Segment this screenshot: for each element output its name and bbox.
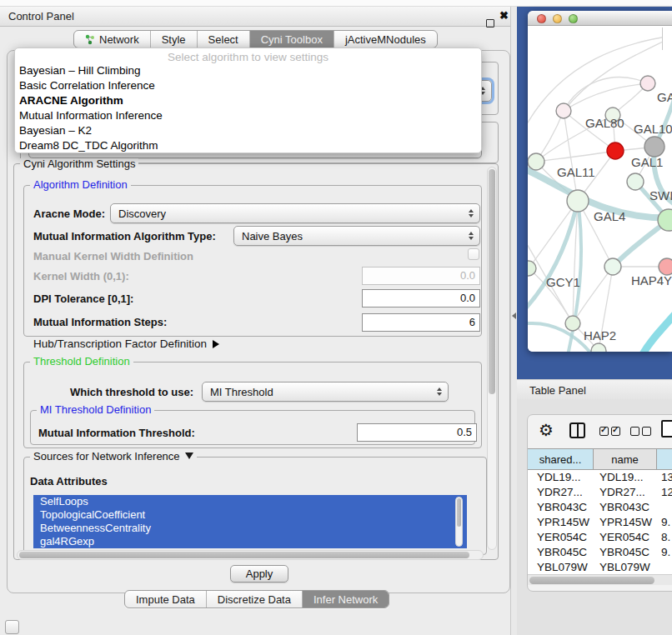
mi-threshold-input[interactable]: 0.5 [357,423,477,442]
network-edge [564,38,671,111]
combo-arrows-icon [469,209,474,218]
split-columns-icon[interactable] [569,422,585,438]
expander-right-icon [213,340,219,348]
apply-button[interactable]: Apply [230,565,288,582]
network-node-gal80[interactable] [556,103,571,118]
network-node-gal1[interactable] [607,142,624,159]
table-cell: YPR145W [528,515,594,530]
close-icon[interactable]: ✖ [499,9,509,22]
tab-discretize-data[interactable]: Discretize Data [206,591,302,608]
minimize-traffic-light[interactable] [553,14,562,23]
hub-definition-expander[interactable]: Hub/Transcription Factor Definition [33,338,219,350]
data-attributes-list[interactable]: SelfLoopsTopologicalCoefficientBetweenne… [33,495,467,548]
table-panel-body: ⚙ shared... name YDL19...YDL19...13YDR27… [527,414,672,592]
network-window-titlebar[interactable] [528,11,672,26]
aracne-mode-label: Aracne Mode: [33,208,105,220]
table-row[interactable]: YDR27...YDR27...12 [528,485,672,500]
bottom-tabbar: Impute Data Discretize Data Infer Networ… [124,590,389,608]
settings-vertical-scrollbar[interactable] [487,167,497,550]
attributes-scrollbar[interactable] [455,497,463,547]
algorithm-option[interactable]: Bayesian – K2 [15,123,481,138]
dpi-tolerance-label: DPI Tolerance [0,1]: [33,292,133,305]
control-panel-title: Control Panel [8,10,74,22]
divider-grip-icon[interactable] [512,312,516,319]
algorithm-option[interactable]: Bayesian – Hill Climbing [15,63,481,78]
network-node-gal4[interactable] [567,190,589,212]
deselect-all-checkboxes-icon[interactable] [630,427,651,436]
dpi-tolerance-input[interactable]: 0.0 [362,289,480,308]
table-row[interactable]: YBR043CYBR043C [528,500,672,515]
manual-kernel-label: Manual Kernel Width Definition [33,250,193,262]
which-threshold-label: Which threshold to use: [70,386,193,398]
mi-steps-input[interactable]: 6 [362,313,480,332]
file-icon[interactable] [661,420,672,438]
network-node-gal11[interactable] [528,153,544,170]
column-header-shared[interactable]: shared... [528,449,594,469]
table-row[interactable]: YPR145WYPR145W9. [528,515,672,530]
zoom-traffic-light[interactable] [569,14,578,23]
mi-algorithm-type-combo[interactable]: Naive Bayes [233,226,480,246]
combo-arrows-icon [437,388,442,396]
float-window-icon[interactable] [486,19,494,28]
column-header-name[interactable]: name [594,449,657,469]
network-node-hap4[interactable] [604,258,621,275]
control-panel-titlebar: Control Panel ✖ [0,7,510,27]
settings-horizontal-scrollbar[interactable] [17,550,484,560]
tab-impute-data[interactable]: Impute Data [125,591,206,608]
algorithm-option[interactable]: ARACNE Algorithm [15,93,481,108]
network-node-label: GAL10 [634,122,672,136]
table-panel-region: Table Panel ⚙ shared... name YDL19...YDL… [517,379,672,635]
table-cell [657,500,661,515]
column-header-third[interactable] [657,449,672,469]
table-horizontal-scrollbar[interactable] [528,574,672,585]
algorithm-option[interactable]: Mutual Information Inference [15,108,481,123]
table-row[interactable]: YDL19...YDL19...13 [528,470,672,485]
table-cell: 9. [657,545,670,560]
tab-cyni-toolbox[interactable]: Cyni Toolbox [249,31,333,48]
control-panel-tabbar: Network Style Select Cyni Toolbox jActiv… [73,30,438,48]
corner-button[interactable] [5,620,19,634]
network-node-swi4[interactable] [627,173,644,190]
table-cell: YDL19... [528,470,594,485]
algorithm-option[interactable]: Dream8 DC_TDC Algorithm [15,138,481,153]
table-row[interactable]: YBR045CYBR045C9. [528,545,672,560]
attribute-list-item[interactable]: BetweennessCentrality [33,522,467,535]
tab-style[interactable]: Style [150,31,197,48]
network-node[interactable] [644,137,664,157]
network-view-window[interactable]: GALGAL80GAL10GAL1GAL11SWI4GAL4GCY1HAP4YH… [528,11,672,352]
network-edge [641,309,672,352]
gear-icon[interactable]: ⚙ [539,422,554,438]
algorithm-option[interactable]: Basic Correlation Inference [15,78,481,93]
threshold-definition-title: Threshold Definition [30,356,133,368]
select-all-checkboxes-icon[interactable] [599,427,620,436]
network-tab-icon [85,34,95,45]
close-traffic-light[interactable] [537,14,546,23]
network-graph: GALGAL80GAL10GAL1GAL11SWI4GAL4GCY1HAP4YH… [528,26,672,352]
network-node-gal[interactable] [640,76,655,91]
table-row[interactable]: YER054CYER054C8. [528,530,672,545]
network-node-y[interactable] [659,258,672,275]
network-node-hap2[interactable] [565,316,580,331]
tab-jactivemnodules[interactable]: jActiveMNodules [333,31,437,48]
attribute-list-item[interactable]: TopologicalCoefficient [33,508,467,522]
tab-network[interactable]: Network [74,31,150,48]
attribute-list-item[interactable]: gal4RGexp [33,535,467,548]
table-cell: YDR27... [528,485,594,500]
aracne-mode-combo[interactable]: Discovery [110,203,480,223]
attribute-list-item[interactable]: SelfLoops [33,495,467,508]
manual-kernel-checkbox[interactable] [468,248,479,260]
network-edge [528,201,578,313]
tab-select[interactable]: Select [197,31,249,48]
table-rows: YDL19...YDL19...13YDR27...YDR27...12YBR0… [528,470,672,574]
kernel-width-input[interactable]: 0.0 [362,267,480,285]
table-header-row: shared... name [528,448,672,470]
table-panel-title: Table Panel [529,384,586,397]
network-node-label: GAL4 [594,209,625,223]
table-row[interactable]: YBL079WYBL079W [528,560,672,574]
which-threshold-combo[interactable]: MI Threshold [202,382,449,402]
panel-divider[interactable] [510,7,517,635]
algorithm-option-list: Bayesian – Hill ClimbingBasic Correlatio… [15,63,481,154]
network-canvas[interactable]: GALGAL80GAL10GAL1GAL11SWI4GAL4GCY1HAP4YH… [528,26,672,352]
tab-infer-network[interactable]: Infer Network [302,591,389,608]
sources-group-title[interactable]: Sources for Network Inference [30,451,197,462]
